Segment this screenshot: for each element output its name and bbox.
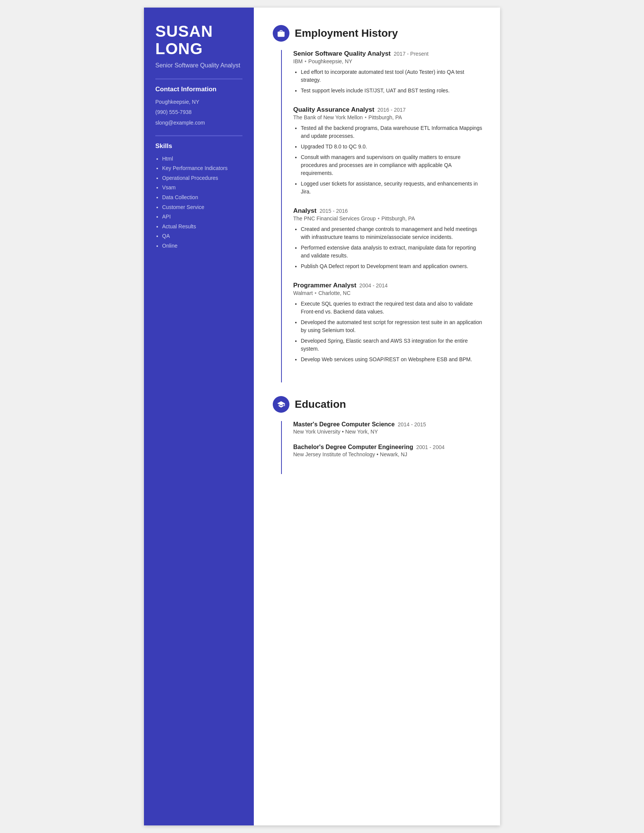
job-title: Programmer Analyst <box>293 282 356 289</box>
job-block: Quality Assurance Analyst 2016 - 2017 Th… <box>293 106 483 196</box>
job-company: Walmart•Charlotte, NC <box>293 290 483 296</box>
job-bullets: Led effort to incorporate automated test… <box>293 68 483 95</box>
education-timeline: Master's Degree Computer Science 2014 - … <box>281 421 483 474</box>
job-block: Programmer Analyst 2004 - 2014 Walmart•C… <box>293 282 483 363</box>
job-dates: 2004 - 2014 <box>359 283 388 288</box>
job-company: The PNC Financial Services Group•Pittsbu… <box>293 215 483 222</box>
edu-title-line: Bachelor's Degree Computer Engineering 2… <box>293 444 483 450</box>
job-bullet: Execute SQL queries to extract the requi… <box>301 300 483 316</box>
job-bullet: Test support levels include IST/JST, UAT… <box>301 87 483 95</box>
employment-timeline: Senior Software Quality Analyst 2017 - P… <box>281 50 483 383</box>
edu-dates: 2001 - 2004 <box>416 444 445 450</box>
job-bullets: Execute SQL queries to extract the requi… <box>293 300 483 363</box>
skill-item: Key Performance Indicators <box>162 165 242 172</box>
job-bullet: Logged user tickets for assistance, secu… <box>301 180 483 196</box>
job-block: Senior Software Quality Analyst 2017 - P… <box>293 50 483 95</box>
education-section-title: Education <box>295 398 346 410</box>
edu-degree: Master's Degree Computer Science <box>293 421 395 428</box>
job-dates: 2017 - Present <box>394 51 428 57</box>
contact-section-title: Contact Information <box>155 85 242 93</box>
skill-item: Operational Procedures <box>162 175 242 182</box>
contact-phone: (990) 555-7938 <box>155 109 242 116</box>
sidebar-divider-2 <box>155 135 242 136</box>
job-bullet: Upgraded TD 8.0 to QC 9.0. <box>301 143 483 151</box>
skill-item: Online <box>162 242 242 250</box>
job-bullets: Tested all the backend programs, Data wa… <box>293 124 483 196</box>
candidate-title: Senior Software Quality Analyst <box>155 61 242 70</box>
job-title-line: Quality Assurance Analyst 2016 - 2017 <box>293 106 483 114</box>
job-dates: 2015 - 2016 <box>319 208 348 214</box>
job-bullet: Publish QA Defect report to Development … <box>301 262 483 270</box>
contact-city: Poughkeepsie, NY <box>155 98 242 106</box>
job-title-line: Senior Software Quality Analyst 2017 - P… <box>293 50 483 58</box>
job-bullet: Led effort to incorporate automated test… <box>301 68 483 84</box>
job-dates: 2016 - 2017 <box>377 107 406 113</box>
employment-icon <box>273 25 290 42</box>
job-company: The Bank of New York Mellon•Pittsburgh, … <box>293 114 483 121</box>
job-bullet: Performed extensive data analysis to ext… <box>301 244 483 260</box>
job-bullet: Created and presented change controls to… <box>301 225 483 241</box>
edu-dates: 2014 - 2015 <box>398 421 426 428</box>
edu-school: New Jersey Institute of Technology • New… <box>293 451 483 457</box>
education-icon <box>273 396 290 413</box>
job-title-line: Programmer Analyst 2004 - 2014 <box>293 282 483 289</box>
skill-item: Actual Results <box>162 223 242 231</box>
skill-item: Data Collection <box>162 194 242 201</box>
skills-section-title: Skills <box>155 142 242 150</box>
job-bullet: Developed Spring, Elastic search and AWS… <box>301 337 483 353</box>
dot-separator: • <box>375 451 380 457</box>
education-section-header: Education <box>273 396 483 413</box>
sidebar-divider-1 <box>155 78 242 79</box>
employment-section-title: Employment History <box>295 27 398 39</box>
skill-item: API <box>162 213 242 221</box>
job-title-line: Analyst 2015 - 2016 <box>293 207 483 215</box>
skill-item: QA <box>162 233 242 240</box>
edu-title-line: Master's Degree Computer Science 2014 - … <box>293 421 483 428</box>
skills-list: HtmlKey Performance IndicatorsOperationa… <box>155 155 242 250</box>
job-company: IBM•Poughkeepsie, NY <box>293 58 483 64</box>
edu-school: New York University • New York, NY <box>293 429 483 435</box>
employment-section-header: Employment History <box>273 25 483 42</box>
name-block: SUSAN LONG Senior Software Quality Analy… <box>155 23 242 70</box>
job-title: Quality Assurance Analyst <box>293 106 374 114</box>
education-block: Master's Degree Computer Science 2014 - … <box>293 421 483 435</box>
resume-container: SUSAN LONG Senior Software Quality Analy… <box>144 8 500 825</box>
contact-email: slong@example.com <box>155 119 242 127</box>
job-block: Analyst 2015 - 2016 The PNC Financial Se… <box>293 207 483 270</box>
main-content: Employment History Senior Software Quali… <box>254 8 500 825</box>
job-bullet: Tested all the backend programs, Data wa… <box>301 124 483 140</box>
job-bullet: Consult with managers and supervisors on… <box>301 153 483 177</box>
education-block: Bachelor's Degree Computer Engineering 2… <box>293 444 483 457</box>
skill-item: Customer Service <box>162 204 242 211</box>
sidebar: SUSAN LONG Senior Software Quality Analy… <box>144 8 254 825</box>
job-title: Senior Software Quality Analyst <box>293 50 391 58</box>
job-bullets: Created and presented change controls to… <box>293 225 483 270</box>
candidate-name: SUSAN LONG <box>155 23 242 58</box>
graduation-icon <box>277 400 285 408</box>
skill-item: Vsam <box>162 184 242 191</box>
dot-separator: • <box>341 429 346 435</box>
job-title: Analyst <box>293 207 316 215</box>
edu-degree: Bachelor's Degree Computer Engineering <box>293 444 413 450</box>
job-bullet: Developed the automated test script for … <box>301 318 483 334</box>
briefcase-icon <box>277 29 285 37</box>
skill-item: Html <box>162 155 242 163</box>
job-bullet: Develop Web services using SOAP/REST on … <box>301 355 483 363</box>
